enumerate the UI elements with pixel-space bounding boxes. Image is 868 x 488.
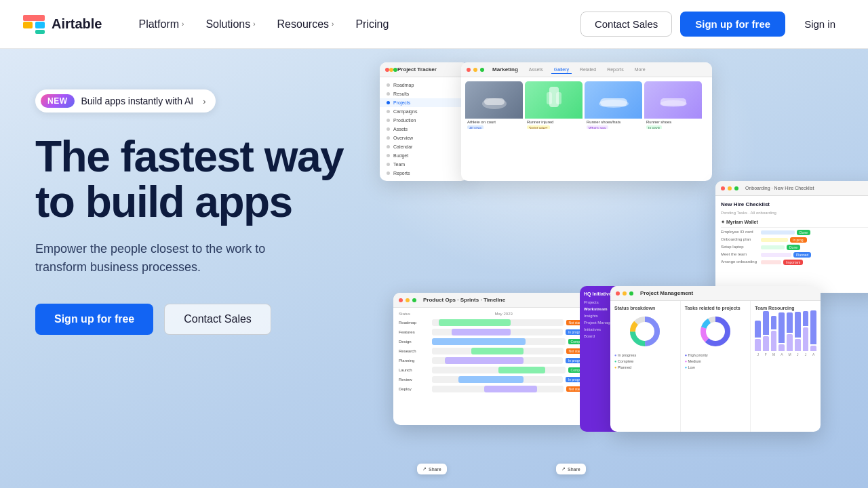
timeline-header-row: Status May 2023	[399, 312, 588, 316]
gallery-thumb-1: Athlete on court All sizes	[465, 81, 523, 129]
onb-person: ✦ Myriam Wallet	[721, 218, 868, 228]
gallery-thumb-2: Runner injured Sprint select	[525, 81, 583, 129]
svg-rect-2	[23, 15, 45, 21]
sidebar-item[interactable]: Overview	[380, 134, 468, 142]
sidebar-item[interactable]: Roadmap	[380, 81, 468, 89]
bar-chart: J F M	[755, 316, 816, 357]
svg-rect-10	[600, 98, 627, 106]
sidebar-item[interactable]: Calendar	[380, 142, 468, 151]
dot-green	[734, 186, 738, 190]
onb-title: New Hire Checklist	[721, 201, 868, 207]
hero-contact-button[interactable]: Contact Sales	[164, 304, 271, 335]
dot-green	[480, 68, 484, 72]
donut-tasks	[685, 314, 747, 348]
gallery-thumb-3: Runner shoes/hats What's new	[585, 81, 642, 129]
brand-name: Airtable	[52, 16, 102, 32]
nav-solutions[interactable]: Solutions ›	[196, 13, 264, 36]
bar-4: A	[778, 312, 785, 357]
gantt-row-3: Design Complete	[399, 338, 588, 345]
donut-status	[614, 314, 676, 348]
hero-section: NEW Build apps instantly with AI › The f…	[0, 49, 868, 488]
gallery-tabs: Assets Gallery Related Reports More	[526, 66, 648, 74]
logo[interactable]: Airtable	[22, 12, 102, 37]
nav-links: Platform › Solutions › Resources › Prici…	[129, 13, 580, 36]
sidebar-item-active[interactable]: Projects	[380, 98, 468, 107]
screen-sidebar: Project Tracker Roadmap Results Projects…	[380, 62, 468, 181]
dot-green	[412, 298, 416, 302]
dot-yellow	[406, 298, 410, 302]
gallery-body: Athlete on court All sizes Runner injure…	[461, 77, 712, 133]
thumb-img-1	[465, 81, 523, 119]
gantt-row-8: Deploy Not started	[399, 386, 588, 392]
dot-yellow	[623, 291, 627, 296]
bar-6: J	[795, 312, 801, 357]
nav-platform[interactable]: Platform ›	[129, 13, 193, 36]
gantt-row-1: Roadmap Not started	[399, 319, 588, 326]
pm-body: Status breakdown ● In progress ● Complet…	[610, 301, 821, 432]
screen-pm: Project Management Status breakdown	[610, 286, 821, 432]
new-pill-label: NEW	[41, 94, 75, 108]
dot-red	[616, 291, 620, 296]
share-button-bottom[interactable]: ↗ Share	[417, 464, 447, 474]
sidebar-item[interactable]: Team	[380, 160, 468, 169]
pm-section-status: Status breakdown ● In progress ● Complet…	[610, 301, 681, 432]
gantt-row-5: Planning In progress	[399, 357, 588, 364]
contact-sales-button[interactable]: Contact Sales	[580, 12, 672, 37]
dot-red	[399, 298, 403, 302]
screen-gallery: Marketing Assets Gallery Related Reports…	[461, 62, 712, 181]
sidebar-item[interactable]: Reports	[380, 169, 468, 178]
bar-5: M	[787, 312, 793, 357]
donut-chart-status	[628, 314, 662, 348]
pm-header: Project Management	[610, 286, 821, 301]
share-button-top[interactable]: ↗ Share	[556, 464, 586, 474]
donut-chart-tasks	[698, 314, 732, 348]
gantt-row-2: Features In progress	[399, 329, 588, 336]
onboarding-header: Onboarding · New Hire Checklist	[715, 181, 868, 196]
gallery-thumb-4: Runner shoes In stock	[644, 81, 702, 129]
dot-red	[467, 68, 471, 72]
gantt-row-4: Research Not started	[399, 348, 588, 354]
svg-rect-1	[35, 22, 45, 28]
timeline-body: Status May 2023 Roadmap Not started Feat…	[393, 308, 593, 399]
pm-section-team: Team Resourcing J F	[751, 301, 821, 432]
timeline-title: Product Ops · Sprints · Timeline	[423, 297, 505, 303]
onb-row-1: Employee ID card Done	[721, 230, 868, 235]
hero-signup-button[interactable]: Sign up for free	[35, 304, 153, 335]
sidebar-item[interactable]: Campaigns	[380, 107, 468, 116]
new-badge[interactable]: NEW Build apps instantly with AI ›	[35, 89, 216, 113]
onb-row-2: Onboarding plan In prog.	[721, 237, 868, 243]
tasks-legend: ● High priority ● Medium ● Low	[685, 352, 747, 370]
pm-section-team-title: Team Resourcing	[755, 306, 816, 310]
logo-icon	[22, 12, 46, 37]
pm-section-tasks-title: Tasks related to projects	[685, 306, 747, 310]
navbar: Airtable Platform › Solutions › Resource…	[0, 0, 868, 49]
gallery-tab-reports: Reports	[604, 66, 627, 74]
sign-in-button[interactable]: Sign in	[793, 12, 846, 36]
pm-section-status-title: Status breakdown	[614, 306, 676, 310]
sidebar-item[interactable]: Assets	[380, 125, 468, 134]
thumb-img-4	[644, 81, 702, 119]
gallery-tab-more: More	[632, 66, 648, 74]
hero-title: The fastest way to build apps	[35, 134, 343, 225]
gantt-row-6: Launch Complete	[399, 367, 588, 373]
timeline-header: Product Ops · Sprints · Timeline	[393, 293, 593, 308]
pm-legend: ● In progress ● Complete ● Planned	[614, 352, 676, 370]
dot-yellow	[473, 68, 477, 72]
svg-rect-7	[547, 92, 552, 104]
onb-row-5: Arrange onboarding Important	[721, 260, 868, 265]
gallery-header: Marketing Assets Gallery Related Reports…	[461, 62, 712, 77]
badge-arrow-icon: ›	[203, 96, 205, 106]
nav-resources[interactable]: Resources ›	[268, 13, 344, 36]
pm-section-tasks: Tasks related to projects ● High priorit…	[681, 301, 751, 432]
svg-rect-5	[484, 98, 505, 105]
bar-7: J	[803, 311, 809, 357]
sign-up-button[interactable]: Sign up for free	[680, 12, 785, 37]
svg-rect-3	[35, 30, 45, 34]
nav-pricing[interactable]: Pricing	[346, 13, 398, 36]
sidebar-item[interactable]: Budget	[380, 151, 468, 160]
bar-8: A	[810, 310, 816, 357]
hero-subtitle: Empower the people closest to the work t…	[35, 240, 320, 277]
sidebar-item[interactable]: Results	[380, 89, 468, 98]
sidebar-item[interactable]: Production	[380, 116, 468, 125]
thumb-img-2	[525, 81, 583, 119]
